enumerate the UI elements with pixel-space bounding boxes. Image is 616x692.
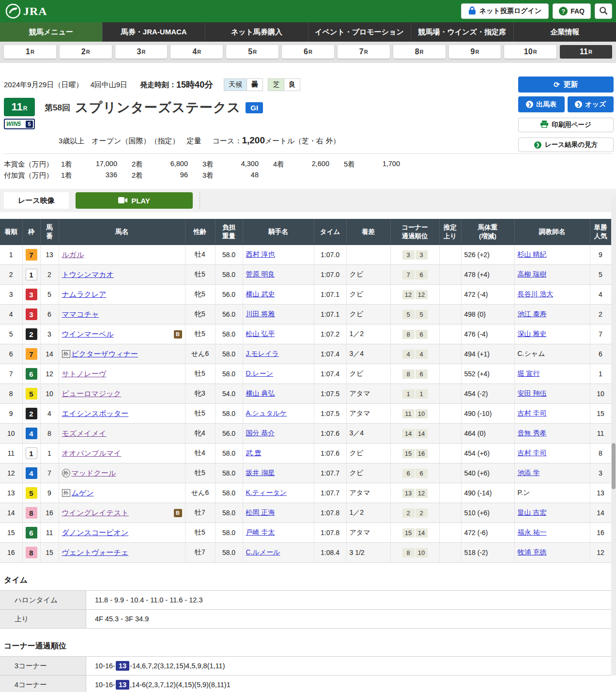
nav-item-競馬場・ウインズ・指定席[interactable]: 競馬場・ウインズ・指定席 — [411, 22, 514, 42]
race-tab-6r[interactable]: 6R — [282, 45, 334, 59]
how-to-read-results-button[interactable]: ❯ レース結果の見方 — [518, 138, 614, 152]
jockey-link[interactable]: A.シュタルケ — [246, 409, 287, 417]
finish-position: 4 — [0, 305, 22, 324]
print-page-button[interactable]: 印刷用ページ — [518, 118, 614, 132]
question-icon: ? — [559, 7, 568, 15]
refresh-icon: ⟳ — [554, 80, 560, 89]
horse-name-wrap: サトノレーヴ — [62, 369, 182, 379]
trainer-link[interactable]: 長谷川 浩大 — [518, 290, 554, 298]
race-tab-2r[interactable]: 2R — [60, 45, 112, 59]
print-label: 印刷用ページ — [552, 121, 591, 129]
nav-item-企業情報[interactable]: 企業情報 — [514, 22, 616, 42]
jockey-link[interactable]: 横山 武史 — [246, 290, 275, 298]
trainer-link[interactable]: 音無 秀孝 — [518, 429, 547, 437]
horse-name-link[interactable]: マッドクール — [72, 469, 116, 478]
race-tab-8r[interactable]: 8R — [393, 45, 446, 59]
nav-item-イベント・プロモーション[interactable]: イベント・プロモーション — [308, 22, 411, 42]
search-button[interactable] — [595, 3, 612, 19]
race-tab-4r[interactable]: 4R — [170, 45, 223, 59]
odds-button[interactable]: ❯ オッズ — [568, 96, 614, 112]
race-tab-10r[interactable]: 10R — [504, 45, 556, 59]
trainer-link[interactable]: 福永 祐一 — [518, 528, 547, 536]
trainer-link[interactable]: 畠山 吉宏 — [518, 508, 547, 516]
corner-4-position: 6 — [416, 369, 428, 379]
race-tab-11r[interactable]: 11R — [560, 45, 612, 59]
highlighted-horse-number: 13 — [116, 661, 129, 671]
trainer-link[interactable]: 牧浦 充徳 — [518, 548, 547, 556]
time-row-value: 4F 45.3 - 3F 34.9 — [86, 610, 616, 628]
sex-age: 牡4 — [185, 245, 215, 265]
jockey-link[interactable]: 松山 弘平 — [246, 330, 275, 338]
jockey-link[interactable]: 国分 恭介 — [246, 429, 275, 437]
trainer-link[interactable]: 深山 雅史 — [518, 330, 547, 338]
horse-name-link[interactable]: ダノンスコーピオン — [62, 528, 129, 538]
horse-name-link[interactable]: ルガル — [62, 250, 84, 260]
trainer-link[interactable]: 高柳 瑞樹 — [518, 270, 547, 278]
trainer-link[interactable]: 吉村 圭司 — [518, 449, 547, 457]
horse-name-link[interactable]: ビクターザウィナー — [72, 350, 138, 359]
jockey-link[interactable]: 菅原 明良 — [246, 270, 275, 278]
trainer-link[interactable]: 池添 学 — [518, 469, 540, 477]
scrollbar-track[interactable] — [611, 196, 616, 676]
load-weight: 58.0 — [215, 543, 243, 563]
horse-name-link[interactable]: エイシンスポッター — [62, 409, 129, 418]
course-distance: 1,200 — [242, 135, 265, 145]
table-row: 8510ピューロマジック牝354.0横山 典弘1:07.5アタマ11454 (-… — [0, 384, 611, 404]
jockey-link[interactable]: D.レーン — [246, 369, 274, 377]
jockey-link[interactable]: K.ティータン — [246, 489, 287, 496]
race-tab-7r[interactable]: 7R — [338, 45, 390, 59]
jockey-link[interactable]: 坂井 瑠星 — [246, 469, 275, 477]
horse-name-link[interactable]: ヴェントヴォーチェ — [62, 548, 129, 557]
horse-name-link[interactable]: ムゲン — [72, 489, 94, 498]
jockey-link[interactable]: C.ルメール — [246, 548, 280, 556]
faq-button[interactable]: ? FAQ — [553, 3, 591, 19]
trainer-link[interactable]: 池江 泰寿 — [518, 310, 547, 318]
body-weight: 552 (+4) — [461, 364, 514, 384]
horse-name-link[interactable]: トウシンマカオ — [62, 270, 114, 279]
margin: クビ — [346, 265, 390, 285]
race-tab-5r[interactable]: 5R — [226, 45, 278, 59]
column-header: 負担 重量 — [215, 219, 243, 245]
margin: クビ — [346, 364, 390, 384]
horse-name-link[interactable]: ウインマーベル — [62, 330, 114, 339]
horse-name-link[interactable]: ママコチャ — [62, 310, 99, 319]
trainer-link[interactable]: 安田 翔伍 — [518, 389, 547, 397]
play-button[interactable]: PLAY — [76, 192, 193, 209]
horse-name-link[interactable]: ウイングレイテスト — [62, 508, 129, 518]
horse-name-wrap: ヴェントヴォーチェ — [62, 548, 182, 557]
entries-button[interactable]: ❯ 出馬表 — [518, 96, 565, 112]
horse-name-link[interactable]: サトノレーヴ — [62, 369, 107, 379]
prize-amount: 336 — [82, 171, 117, 180]
nav-item-ネット馬券購入[interactable]: ネット馬券購入 — [205, 22, 308, 42]
jra-logo[interactable]: JRA — [5, 3, 47, 19]
jockey-link[interactable]: 松岡 正海 — [246, 508, 275, 516]
race-tab-3r[interactable]: 3R — [115, 45, 168, 59]
body-weight: 472 (-6) — [461, 523, 514, 543]
horse-name-wrap: 外ムゲン — [62, 489, 182, 498]
refresh-button[interactable]: ⟳ 更新 — [518, 77, 614, 92]
horse-name-link[interactable]: ナムラクレア — [62, 290, 107, 299]
jockey-link[interactable]: 川田 将雅 — [246, 310, 275, 318]
jockey-link[interactable]: 西村 淳也 — [246, 250, 275, 258]
nav-item-競馬メニュー[interactable]: 競馬メニュー — [0, 22, 103, 42]
race-tab-1r[interactable]: 1R — [4, 45, 56, 59]
race-tab-suffix: R — [588, 49, 592, 55]
trainer-link[interactable]: 杉山 晴紀 — [518, 250, 547, 258]
corner-order-cell: 55 — [390, 305, 439, 324]
jockey-link[interactable]: 戸崎 圭太 — [246, 528, 275, 536]
race-tab-9r[interactable]: 9R — [449, 45, 501, 59]
column-header: 調教師名 — [514, 219, 590, 245]
nav-item-馬券・JRA-UMACA[interactable]: 馬券・JRA-UMACA — [103, 22, 205, 42]
jockey-link[interactable]: 武 豊 — [246, 449, 262, 457]
jockey-link[interactable]: 横山 典弘 — [246, 389, 275, 397]
scrollbar-thumb[interactable] — [612, 443, 616, 489]
net-voting-login-button[interactable]: ネット投票ログイン — [461, 3, 549, 19]
trainer-link[interactable]: 堀 宣行 — [518, 369, 540, 377]
horse-name-link[interactable]: オオバンブルマイ — [62, 449, 122, 458]
jockey-link[interactable]: J.モレイラ — [246, 350, 279, 357]
horse-name-link[interactable]: モズメイメイ — [62, 429, 107, 438]
horse-name-link[interactable]: ピューロマジック — [62, 389, 121, 399]
race-tab-suffix: R — [533, 49, 537, 55]
trainer-link[interactable]: 吉村 圭司 — [518, 409, 547, 417]
horse-name-wrap: モズメイメイ — [62, 429, 182, 438]
